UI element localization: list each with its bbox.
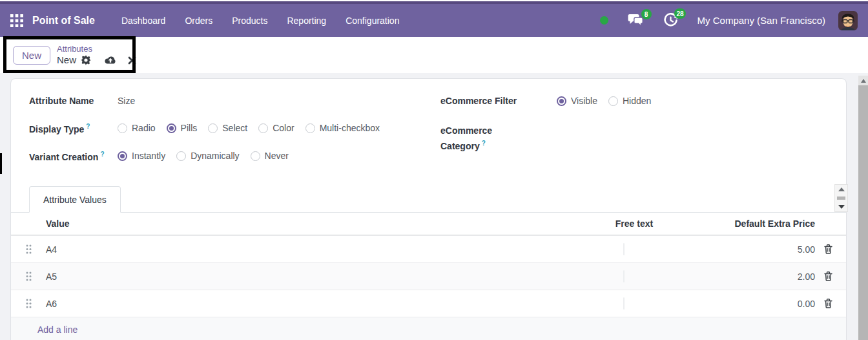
content-area: Attribute Name Size Display Type? Radio …: [0, 73, 868, 340]
main-menu: Dashboard Orders Products Reporting Conf…: [112, 10, 409, 31]
help-icon[interactable]: ?: [100, 151, 104, 158]
menu-item-dashboard[interactable]: Dashboard: [112, 10, 176, 31]
app-title[interactable]: Point of Sale: [32, 15, 95, 27]
radio-unchecked[interactable]: [251, 151, 260, 161]
control-panel: New Attributes New: [0, 37, 868, 73]
activities-clock-icon[interactable]: 28: [663, 13, 678, 28]
variant-creation-option-dynamically[interactable]: Dynamically: [176, 151, 239, 161]
radio-checked[interactable]: [118, 151, 127, 161]
scroll-up-icon[interactable]: [858, 76, 868, 85]
radio-checked[interactable]: [167, 123, 176, 133]
display-type-option-color[interactable]: Color: [258, 123, 294, 133]
drag-handle-icon[interactable]: [26, 244, 32, 254]
trash-icon[interactable]: [824, 244, 832, 254]
attribute-values-table: Value Free text Default Extra Price A4 5…: [11, 213, 846, 340]
display-type-option-radio[interactable]: Radio: [118, 123, 156, 133]
breadcrumb-attributes-link[interactable]: Attributes: [57, 44, 136, 54]
tab-attribute-values[interactable]: Attribute Values: [29, 186, 121, 213]
radio-unchecked[interactable]: [608, 96, 618, 106]
radio-unchecked[interactable]: [118, 123, 127, 133]
variant-creation-radio-group: Instantly Dynamically Never: [118, 151, 289, 161]
breadcrumb: Attributes New: [57, 44, 136, 67]
column-header-value: Value: [37, 218, 589, 229]
attribute-name-label: Attribute Name: [29, 96, 118, 106]
company-switcher[interactable]: My Company (San Francisco): [698, 15, 825, 26]
apps-grid-icon[interactable]: [10, 14, 23, 27]
free-text-checkbox[interactable]: [623, 243, 625, 255]
window-scrollbar[interactable]: [858, 76, 868, 340]
discard-icon[interactable]: [128, 56, 136, 65]
display-type-label: Display Type?: [29, 123, 118, 134]
drag-handle-icon[interactable]: [26, 271, 32, 281]
cloud-save-icon[interactable]: [104, 56, 117, 65]
display-type-option-pills[interactable]: Pills: [167, 123, 198, 133]
breadcrumb-current: New: [57, 54, 76, 67]
display-type-option-multi-checkbox[interactable]: Multi-checkbox: [305, 123, 380, 133]
inner-scrollbar[interactable]: [834, 184, 848, 212]
top-navbar: Point of Sale Dashboard Orders Products …: [0, 0, 868, 37]
systray: 8 28 My Company (San Francisco): [600, 11, 858, 30]
default-extra-price-cell[interactable]: 0.00: [798, 299, 815, 309]
ecommerce-filter-radio-group: Visible Hidden: [557, 96, 651, 106]
edge-annotation-mark: [0, 153, 2, 174]
menu-item-configuration[interactable]: Configuration: [336, 10, 409, 31]
radio-unchecked[interactable]: [258, 123, 268, 133]
add-line-row: Add a line: [11, 317, 846, 340]
scroll-up-icon[interactable]: [838, 187, 845, 191]
free-text-checkbox[interactable]: [623, 297, 625, 310]
ecommerce-category-label: eCommerce Category?: [440, 124, 557, 153]
menu-item-reporting[interactable]: Reporting: [277, 10, 336, 31]
ecommerce-filter-option-visible[interactable]: Visible: [557, 96, 597, 106]
scrollbar-thumb[interactable]: [837, 197, 845, 200]
variant-creation-option-never[interactable]: Never: [251, 151, 289, 161]
column-header-free-text: Free text: [615, 218, 653, 229]
value-cell[interactable]: A4: [37, 244, 589, 255]
default-extra-price-cell[interactable]: 5.00: [798, 244, 815, 255]
display-type-option-select[interactable]: Select: [208, 123, 247, 133]
radio-checked[interactable]: [557, 96, 566, 106]
attribute-name-input[interactable]: Size: [118, 96, 135, 106]
user-avatar[interactable]: [838, 11, 858, 30]
new-button[interactable]: New: [13, 46, 50, 65]
ecommerce-filter-label: eCommerce Filter: [440, 96, 557, 106]
default-extra-price-cell[interactable]: 2.00: [798, 271, 815, 282]
display-type-radio-group: Radio Pills Select Color Multi-checkbox: [118, 123, 380, 133]
column-header-default-extra-price: Default Extra Price: [735, 218, 816, 229]
messages-count-badge: 8: [641, 9, 652, 19]
scroll-down-icon[interactable]: [838, 205, 845, 209]
presence-status-dot: [600, 16, 608, 25]
radio-unchecked[interactable]: [305, 123, 315, 133]
variant-creation-option-instantly[interactable]: Instantly: [118, 151, 165, 161]
radio-unchecked[interactable]: [208, 123, 218, 133]
table-header-row: Value Free text Default Extra Price: [11, 213, 846, 235]
drag-handle-icon[interactable]: [26, 299, 32, 308]
table-row: A5 2.00: [11, 262, 846, 290]
value-cell[interactable]: A6: [37, 299, 589, 309]
menu-item-products[interactable]: Products: [222, 10, 277, 31]
activities-count-badge: 28: [674, 8, 685, 19]
menu-item-orders[interactable]: Orders: [175, 10, 222, 31]
notebook-tab-strip: Attribute Values: [11, 186, 846, 213]
form-sheet: Attribute Name Size Display Type? Radio …: [10, 78, 847, 340]
help-icon[interactable]: ?: [482, 140, 486, 147]
trash-icon[interactable]: [824, 299, 832, 308]
variant-creation-label: Variant Creation?: [29, 151, 118, 162]
add-a-line-link[interactable]: Add a line: [37, 324, 78, 335]
table-row: A4 5.00: [11, 235, 846, 262]
value-cell[interactable]: A5: [37, 271, 589, 282]
ecommerce-filter-option-hidden[interactable]: Hidden: [608, 96, 651, 106]
help-icon[interactable]: ?: [86, 123, 90, 130]
messages-icon[interactable]: 8: [628, 14, 644, 27]
gear-icon[interactable]: [81, 55, 91, 65]
trash-icon[interactable]: [824, 271, 832, 281]
table-row: A6 0.00: [11, 290, 846, 317]
radio-unchecked[interactable]: [176, 151, 186, 161]
free-text-checkbox[interactable]: [623, 270, 625, 282]
